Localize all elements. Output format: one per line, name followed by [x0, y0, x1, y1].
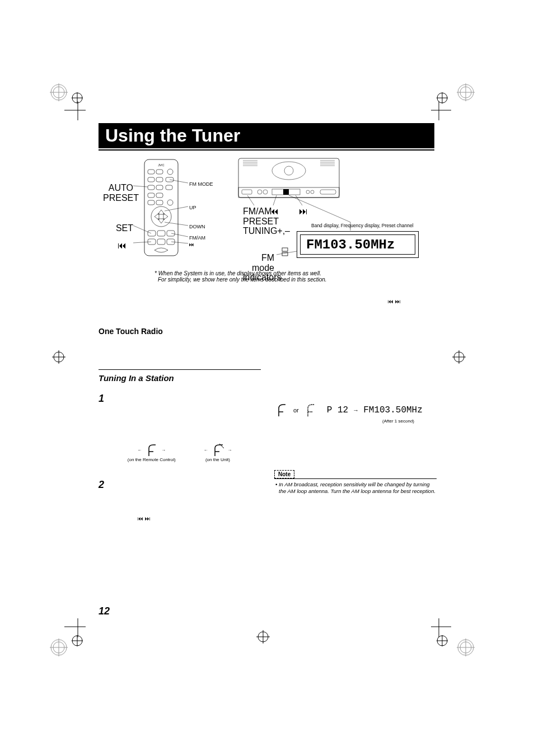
note-rule	[274, 478, 437, 479]
svg-point-61	[151, 206, 171, 227]
svg-rect-67	[167, 239, 175, 245]
remote-diagram: JVC	[99, 155, 222, 264]
svg-rect-92	[283, 189, 289, 195]
arrow-right-icon: →	[353, 407, 359, 414]
antenna-dashed-icon	[303, 403, 318, 417]
svg-rect-57	[156, 193, 163, 198]
antenna-remote: ← → (on the Remote Control)	[128, 444, 176, 462]
label-up: UP	[189, 205, 196, 210]
preset-or: or	[293, 407, 299, 414]
crop-mark-ml	[48, 346, 70, 368]
arrow-left-icon: ←	[138, 448, 142, 453]
tuning-heading: Tuning In a Station	[99, 373, 434, 383]
crop-mark-mr	[448, 346, 470, 368]
one-touch-heading: One Touch Radio	[99, 327, 434, 336]
footnote-line-1: * When the System is in use, the display…	[154, 270, 434, 276]
svg-line-72	[165, 206, 188, 211]
svg-point-90	[263, 190, 268, 194]
svg-line-97	[273, 195, 277, 205]
svg-line-75	[171, 242, 188, 243]
svg-rect-54	[156, 185, 163, 190]
svg-rect-88	[242, 190, 252, 194]
antenna-unit: ← → (on the Unit)	[204, 444, 232, 462]
label-down: DOWN	[189, 224, 205, 229]
label-fm-am: FM/AM	[189, 235, 205, 241]
svg-point-78	[284, 166, 293, 175]
crop-mark-bm	[252, 626, 274, 648]
preset-after: (After 1 second)	[274, 419, 414, 424]
antenna-remote-caption: (on the Remote Control)	[128, 457, 176, 462]
label-unit-prev-icon: ⏮	[270, 206, 279, 217]
svg-point-77	[272, 162, 306, 180]
svg-rect-64	[167, 231, 175, 236]
svg-point-89	[257, 190, 262, 194]
preset-display: or P 12 → FM103.50MHz	[274, 403, 437, 417]
svg-rect-59	[156, 200, 163, 205]
step-2-number: 2	[99, 479, 110, 491]
lcd-value: FM103.50MHz	[300, 234, 415, 255]
lcd-display: FM103.50MHz	[297, 231, 419, 258]
svg-rect-58	[148, 200, 154, 205]
label-unit-fm-indicators: FM mode indicators	[243, 253, 274, 283]
svg-rect-102	[282, 248, 288, 251]
svg-rect-51	[156, 177, 163, 182]
subsection-rule	[99, 369, 261, 370]
antenna-icon	[209, 444, 226, 457]
label-next-icon: ⏭	[189, 242, 194, 247]
label-set: SET	[103, 223, 133, 233]
page-number: 12	[99, 605, 110, 617]
crop-mark-tr	[431, 81, 481, 120]
svg-rect-53	[148, 185, 154, 190]
arrow-right-icon: →	[161, 448, 166, 453]
unit-diagram: FM/AM PRESET TUNING+,– ⏮ ⏭ Band display,…	[233, 155, 434, 264]
antenna-unit-caption: (on the Unit)	[204, 457, 232, 462]
svg-rect-47	[148, 170, 154, 174]
svg-line-70	[133, 242, 151, 243]
svg-line-101	[277, 251, 297, 255]
page-title: Using the Tuner	[99, 123, 434, 148]
svg-line-99	[289, 195, 350, 222]
svg-point-93	[306, 190, 310, 194]
step-1-number: 1	[99, 393, 110, 405]
note-text: • In AM broadcast, reception sensitivity…	[274, 481, 437, 495]
preset-freq: FM103.50MHz	[363, 405, 423, 415]
svg-line-71	[170, 180, 188, 183]
svg-point-49	[167, 169, 173, 175]
note-bullet: •	[275, 481, 277, 487]
footnote-line-2: For simplicity, we show here only the it…	[158, 276, 434, 283]
antenna-icon	[143, 444, 160, 457]
skip-buttons: ⏮ ⏭	[138, 515, 434, 522]
svg-rect-56	[148, 193, 154, 198]
note-box: Note • In AM broadcast, reception sensit…	[274, 468, 437, 495]
note-body: In AM broadcast, reception sensitivity w…	[279, 481, 435, 494]
svg-line-98	[296, 195, 302, 205]
svg-line-74	[171, 233, 188, 237]
crop-mark-br	[431, 618, 481, 658]
label-auto-preset: AUTO PRESET	[103, 183, 133, 203]
title-underline	[99, 149, 434, 151]
svg-rect-66	[157, 239, 165, 245]
svg-rect-55	[166, 185, 172, 190]
svg-point-94	[311, 190, 314, 194]
remote-svg: JVC	[99, 155, 222, 261]
svg-line-96	[247, 195, 254, 205]
label-fm-mode: FM MODE	[189, 181, 213, 187]
antenna-icon	[274, 403, 289, 417]
crop-mark-tl	[48, 81, 87, 120]
svg-line-104	[219, 444, 224, 448]
svg-rect-63	[157, 231, 165, 236]
crop-mark-bl	[48, 618, 87, 658]
svg-text:JVC: JVC	[158, 163, 165, 167]
svg-line-68	[133, 186, 148, 187]
svg-point-60	[167, 200, 173, 205]
svg-rect-95	[320, 190, 336, 194]
label-prev-icon: ⏮	[118, 241, 134, 251]
svg-rect-50	[148, 177, 154, 182]
footnote: * When the System is in use, the display…	[154, 270, 434, 283]
label-unit-next-icon: ⏭	[299, 206, 308, 217]
hidden-arrows: ⏮ ⏭	[99, 298, 401, 304]
svg-rect-62	[148, 231, 156, 236]
arrow-left-icon: ←	[204, 448, 208, 453]
preset-p-label: P 12	[327, 405, 348, 415]
note-label: Note	[274, 470, 294, 478]
